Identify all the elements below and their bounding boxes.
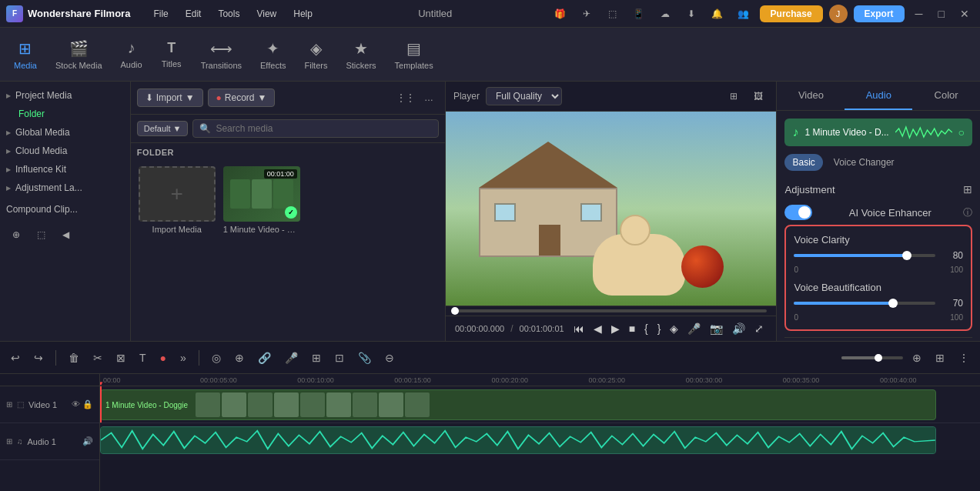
toolbar-stock-media[interactable]: 🎬 Stock Media xyxy=(48,35,110,75)
info-icon[interactable]: ⓘ xyxy=(963,206,972,219)
team-icon[interactable]: 👥 xyxy=(734,4,754,24)
sidebar-item-cloud-media[interactable]: ▶ Cloud Media xyxy=(0,142,130,160)
menu-view[interactable]: View xyxy=(249,5,284,22)
clip-icon[interactable]: 📎 xyxy=(353,349,376,367)
sub-tab-basic[interactable]: Basic xyxy=(784,154,822,171)
import-thumb[interactable]: + xyxy=(139,166,216,222)
close-button[interactable]: ✕ xyxy=(955,6,974,22)
list-item[interactable]: 00:01:00 ✓ 1 Minute Video - Dog... xyxy=(223,166,300,234)
video-clip[interactable]: 1 Minute Video - Doggie xyxy=(100,389,936,420)
grid-view-icon[interactable]: ⊞ xyxy=(724,86,744,106)
sidebar-item-global-media[interactable]: ▶ Global Media xyxy=(0,123,130,142)
search-input[interactable] xyxy=(216,123,432,134)
skip-back-icon[interactable]: ⏮ xyxy=(570,321,587,336)
quality-select[interactable]: Full Quality xyxy=(486,87,562,105)
mobile-icon[interactable]: 📱 xyxy=(629,4,649,24)
stop-icon[interactable]: ■ xyxy=(626,321,638,336)
audio-clip[interactable] xyxy=(100,426,936,454)
minimize-button[interactable]: ─ xyxy=(911,6,928,22)
expand-icon[interactable]: ⊞ xyxy=(963,183,972,195)
voice-clarity-slider[interactable] xyxy=(794,254,935,257)
toggle-icon[interactable]: ○ xyxy=(958,126,965,139)
mark-out-icon[interactable]: } xyxy=(654,321,664,336)
mic-icon[interactable]: 🎤 xyxy=(280,349,303,367)
record-button[interactable]: ● Record ▼ xyxy=(208,89,276,107)
snapshot-icon[interactable]: 📷 xyxy=(707,321,726,336)
search-box[interactable]: 🔍 xyxy=(192,119,439,138)
fullscreen-icon[interactable]: ⤢ xyxy=(751,321,767,336)
toolbar-effects[interactable]: ✦ Effects xyxy=(253,35,293,75)
volume-icon[interactable]: 🔊 xyxy=(729,321,748,336)
menu-edit[interactable]: Edit xyxy=(178,5,209,22)
add-marker-icon[interactable]: ◈ xyxy=(667,321,681,336)
slider-thumb[interactable] xyxy=(888,299,898,308)
ai-voice-toggle[interactable] xyxy=(784,205,812,220)
cloud-icon[interactable]: ☁ xyxy=(655,4,675,24)
more-tools-icon[interactable]: » xyxy=(176,349,191,367)
tab-video[interactable]: Video xyxy=(777,82,845,110)
volume-icon[interactable]: 🔊 xyxy=(82,436,93,446)
playhead[interactable] xyxy=(100,386,102,423)
voice-beautification-slider[interactable] xyxy=(794,302,935,305)
snap-icon[interactable]: ◎ xyxy=(207,349,226,367)
bell-icon[interactable]: 🔔 xyxy=(707,4,727,24)
more-options-icon[interactable]: … xyxy=(419,88,439,108)
export-button[interactable]: Export xyxy=(854,5,905,22)
mark-in-icon[interactable]: { xyxy=(641,321,651,336)
slider-track[interactable] xyxy=(794,302,935,305)
frame-back-icon[interactable]: ◀ xyxy=(590,321,605,336)
record-dot[interactable]: ● xyxy=(156,349,171,367)
sidebar-item-influence-kit[interactable]: ▶ Influence Kit xyxy=(0,160,130,179)
menu-file[interactable]: File xyxy=(145,5,176,22)
text-button[interactable]: T xyxy=(135,349,151,367)
list-item[interactable]: + Import Media xyxy=(139,166,216,234)
share-icon[interactable]: ✈ xyxy=(577,4,597,24)
user-avatar[interactable]: J xyxy=(829,5,848,23)
toolbar-templates[interactable]: ▤ Templates xyxy=(387,35,441,75)
gift-icon[interactable]: 🎁 xyxy=(550,4,570,24)
add-folder-icon[interactable]: ⊕ xyxy=(6,225,26,245)
linked-icon[interactable]: 🔗 xyxy=(253,349,276,367)
toolbar-titles[interactable]: T Titles xyxy=(153,35,190,73)
voiceover-icon[interactable]: 🎤 xyxy=(684,321,704,336)
sidebar-item-folder[interactable]: Folder xyxy=(0,105,130,123)
screen-record-icon[interactable]: ⬚ xyxy=(603,4,623,24)
sidebar-item-compound-clip[interactable]: Compound Clip... xyxy=(0,200,130,219)
slider-thumb[interactable] xyxy=(902,251,911,260)
sub-tab-voice-changer[interactable]: Voice Changer xyxy=(826,154,902,171)
menu-help[interactable]: Help xyxy=(286,5,320,22)
progress-thumb[interactable] xyxy=(451,307,459,315)
tab-color[interactable]: Color xyxy=(912,82,980,110)
sort-button[interactable]: Default ▼ xyxy=(137,121,189,136)
grid-options-icon[interactable]: ⊞ xyxy=(931,349,949,367)
toolbar-stickers[interactable]: ★ Stickers xyxy=(338,35,383,75)
zoom-minus-icon[interactable]: ⊖ xyxy=(380,349,399,367)
undo-button[interactable]: ↩ xyxy=(6,349,25,367)
tab-audio[interactable]: Audio xyxy=(845,82,912,110)
maximize-button[interactable]: □ xyxy=(934,6,949,22)
play-icon[interactable]: ▶ xyxy=(608,321,623,336)
sidebar-item-adjustment-la[interactable]: ▶ Adjustment La... xyxy=(0,179,130,197)
copy-track-icon[interactable]: ⊡ xyxy=(330,349,349,367)
toolbar-transitions[interactable]: ⟷ Transitions xyxy=(193,35,249,75)
progress-bar[interactable] xyxy=(455,309,768,312)
filter-icon[interactable]: ⋮⋮ xyxy=(396,88,416,108)
lock-icon[interactable]: 🔒 xyxy=(82,399,93,409)
toolbar-filters[interactable]: ◈ Filters xyxy=(296,35,335,75)
trim-button[interactable]: ⊠ xyxy=(112,349,130,367)
menu-tools[interactable]: Tools xyxy=(210,5,247,22)
crop-button[interactable]: ✂ xyxy=(89,349,107,367)
redo-button[interactable]: ↪ xyxy=(29,349,48,367)
delete-button[interactable]: 🗑 xyxy=(64,349,84,367)
zoom-slider[interactable] xyxy=(841,356,903,359)
import-button[interactable]: ⬇ Import ▼ xyxy=(137,89,203,107)
collapse-icon[interactable]: ◀ xyxy=(55,225,75,245)
purchase-button[interactable]: Purchase xyxy=(760,5,823,22)
eye-icon[interactable]: 👁 xyxy=(72,399,80,409)
toolbar-media[interactable]: ⊞ Media xyxy=(6,35,45,75)
photo-icon[interactable]: 🖼 xyxy=(748,86,768,106)
folder-view-icon[interactable]: ⬚ xyxy=(31,225,51,245)
sidebar-item-project-media[interactable]: ▶ Project Media xyxy=(0,86,130,105)
ripple-icon[interactable]: ⊕ xyxy=(230,349,249,367)
split-icon[interactable]: ⊞ xyxy=(307,349,326,367)
